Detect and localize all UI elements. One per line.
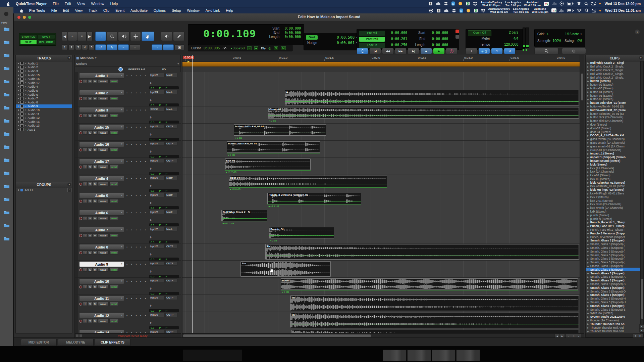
clip-list-item[interactable]: ▶impact sound (Stereo): [586, 159, 640, 163]
output-path-button[interactable]: Mastr: [165, 210, 177, 214]
main-counter[interactable]: 0:00.109: [203, 28, 256, 40]
output-path-button[interactable]: Mastr: [165, 193, 177, 197]
track-color-icon[interactable]: [118, 67, 123, 72]
insert-slots[interactable]: • • • • •: [126, 160, 148, 163]
battery-status-icon[interactable]: [567, 9, 574, 12]
cc-status-icon[interactable]: [592, 9, 596, 12]
solo-button[interactable]: S: [88, 131, 92, 135]
track-lane-audio-17[interactable]: kick-05◂ +1.7 dB: [182, 158, 580, 175]
v2-status-icon[interactable]: V2: [544, 2, 549, 6]
clip-disclosure-icon[interactable]: ▶: [587, 290, 589, 292]
clip-list-item[interactable]: ▶kick-04 (Stereo): [586, 174, 640, 177]
mute-button[interactable]: M: [93, 216, 97, 220]
track-header-audio-4[interactable]: Audio 4▼ISMwaveread• • • • •Inpt1/2Mastr…: [75, 175, 181, 192]
firefox-menubar-icon[interactable]: [466, 8, 471, 13]
clip-list-item[interactable]: ▶Smash, Glass 3 (Snippet)-(: [586, 250, 640, 253]
toolbar-menu-icon[interactable]: ▼: [635, 30, 640, 34]
clip-volume-line[interactable]: [290, 324, 579, 324]
clip-list-item[interactable]: ▶kick (Stereo): [586, 163, 640, 166]
automation-mode-button[interactable]: read: [109, 268, 119, 272]
clip-disclosure-icon[interactable]: ▶: [587, 91, 589, 93]
insert-slots[interactable]: • • • • •: [126, 177, 148, 180]
clip-disclosure-icon[interactable]: ▶: [587, 123, 589, 126]
clip-volume-line[interactable]: [281, 287, 578, 287]
output-path-button[interactable]: OUTP: [165, 330, 177, 333]
menu-item-file[interactable]: File: [48, 8, 60, 12]
post-roll-button[interactable]: Post-roll: [359, 37, 385, 42]
clips-hscrollbar[interactable]: ◀ ▶: [586, 333, 644, 337]
track-name-caret-icon[interactable]: ▼: [121, 314, 123, 316]
track-view-selector[interactable]: wave: [98, 285, 109, 289]
clip-list-item[interactable]: ▶Bull Whip Crack 2_ Singl: [586, 61, 640, 65]
solo-button[interactable]: S: [88, 148, 92, 152]
track-view-selector[interactable]: wave: [98, 268, 109, 272]
track-view-selector[interactable]: wave: [98, 114, 109, 118]
edit-insertion-icon[interactable]: ▰: [254, 46, 258, 50]
transport-end-value[interactable]: 0:00.000: [427, 36, 448, 42]
input-path-button[interactable]: Inpt1/2: [149, 193, 165, 197]
rewind-button[interactable]: ◀◀: [382, 48, 394, 54]
menu-item-setup[interactable]: Setup: [169, 8, 184, 12]
record-arm-button[interactable]: [79, 268, 82, 271]
clip-list-item[interactable]: ▶Thunder Thunder Roll And: [586, 329, 640, 333]
clip-list-item[interactable]: ▶button click (2A Channels): [586, 116, 640, 119]
clip-disclosure-icon[interactable]: ▶: [587, 87, 589, 89]
mute-button[interactable]: M: [93, 114, 97, 118]
track-header-audio-7[interactable]: Audio 7▼ISMwaveread• • • • •Inpt1/2Mastr…: [75, 226, 181, 243]
menu-item-avid-link[interactable]: Avid Link: [203, 8, 223, 12]
track-name-caret-icon[interactable]: ▼: [121, 160, 123, 162]
levels-status-icon[interactable]: [552, 2, 556, 5]
mirror-midi-button[interactable]: →: [152, 44, 162, 50]
finder-folder-icon[interactable]: [4, 157, 10, 164]
input-monitor-button[interactable]: I: [83, 302, 87, 306]
insert-slots[interactable]: • • • • •: [126, 314, 148, 317]
clip-disclosure-icon[interactable]: ▶: [587, 203, 589, 206]
output-path-button[interactable]: Mastr: [165, 107, 177, 111]
tracklist-item-audio-12[interactable]: »Audio 12: [16, 116, 72, 120]
sel-end-value[interactable]: 0:00.000: [281, 31, 301, 35]
track-header-audio-9[interactable]: Audio 9▼ISMwaveread• • • • •Inpt1/2OUTPϕ…: [75, 261, 181, 278]
input-path-button[interactable]: Inpt1/2: [149, 330, 165, 333]
track-name-caret-icon[interactable]: ▼: [121, 246, 123, 248]
track-name-caret-icon[interactable]: ▼: [121, 280, 123, 282]
finder-folder-icon[interactable]: [4, 131, 10, 137]
clip-list-item[interactable]: ▶kick 2 (Stereo): [586, 195, 640, 199]
zoom-in-arrow-button[interactable]: ▶: [87, 32, 93, 41]
tracklist-item-audio-16[interactable]: »Audio 16: [16, 77, 72, 81]
track-lane-audio-12[interactable]: Th: [182, 312, 580, 329]
solo-button[interactable]: S: [88, 79, 92, 83]
track-name-caret-icon[interactable]: ▼: [121, 109, 123, 111]
menu-item-file[interactable]: File: [50, 2, 62, 6]
input-path-button[interactable]: Inpt1/2: [149, 244, 165, 248]
v2-status-icon[interactable]: V2: [551, 8, 556, 12]
input-path-button[interactable]: Inpt1/2: [149, 73, 165, 77]
meter-label[interactable]: Meter: [468, 36, 491, 42]
pre-roll-value[interactable]: 0:00.000: [386, 30, 407, 36]
track-header-audio-14[interactable]: Audio 14▼ISMwaveread• • • • •Inpt1/2OUTP…: [75, 329, 181, 333]
track-lane-audio-9[interactable]: Sm: [182, 261, 580, 278]
clip-disclosure-icon[interactable]: ▶: [587, 301, 589, 303]
clip-list-item[interactable]: ▶Smash, Glass 3 (Snippet)-(: [586, 246, 640, 250]
strength-value[interactable]: 100%: [553, 39, 561, 43]
count-off-value[interactable]: 2 bars: [491, 30, 518, 36]
audio-zoom-button[interactable]: ≈: [68, 32, 77, 41]
input-monitor-button[interactable]: I: [83, 114, 87, 118]
track-name[interactable]: Audio 17▼: [79, 159, 124, 164]
record-arm-button[interactable]: [79, 320, 82, 323]
go-to-end-button[interactable]: ▶|: [408, 48, 419, 54]
clip-disclosure-icon[interactable]: ▶: [587, 326, 589, 329]
clip-disclosure-icon[interactable]: ▶: [587, 181, 589, 184]
automation-mode-button[interactable]: read: [109, 302, 119, 306]
clip-list-item[interactable]: ▶button click (2A Channels): [586, 119, 640, 123]
clip-disclosure-icon[interactable]: ▶: [587, 286, 589, 289]
automation-line[interactable]: [225, 170, 311, 171]
finder-folder-icon[interactable]: [4, 40, 10, 46]
clip-list-item[interactable]: ▶Smash, Glass 3 (Snippet)-S: [586, 308, 640, 311]
track-view-selector[interactable]: wave: [98, 319, 109, 323]
clip-disclosure-icon[interactable]: ▶: [587, 211, 589, 213]
clip-list-item[interactable]: ▶button-05 (Stereo): [586, 94, 640, 97]
audio-clip-th[interactable]: Th: [290, 313, 579, 328]
track-name[interactable]: Audio 2▼: [79, 90, 124, 96]
track-name[interactable]: Audio 16▼: [79, 141, 124, 147]
track-name[interactable]: Audio 4▼: [79, 176, 124, 181]
